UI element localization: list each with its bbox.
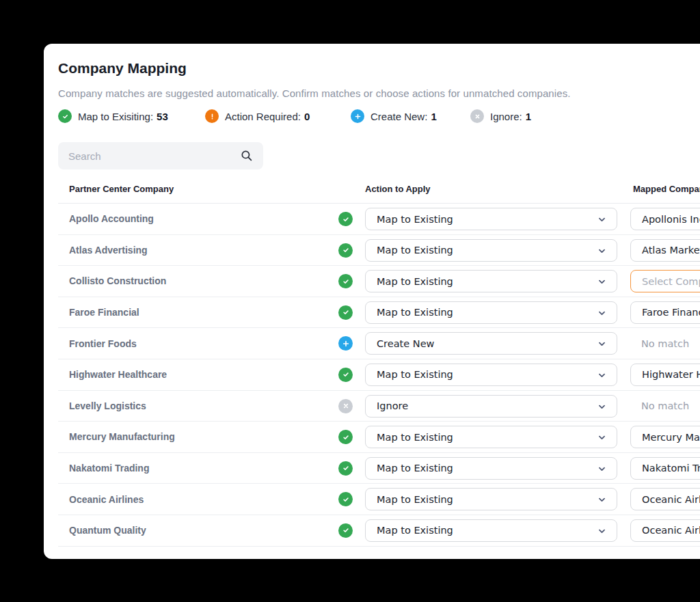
table-row: Atlas AdvertisingMap to ExistingAtlas Ma… [58,235,700,266]
chevron-down-icon [597,308,607,321]
exclamation-circle-icon [205,109,219,123]
badge-label: Action Required: [225,111,301,122]
check-circle-icon [58,109,72,123]
action-select[interactable]: Map to Existing [365,208,617,230]
chevron-down-icon [597,402,607,415]
summary-badge: Action Required:0 [205,109,310,124]
chevron-down-icon [597,277,607,290]
column-header-partner-company: Partner Center Company [69,184,174,194]
column-header-action: Action to Apply [365,184,431,194]
check-circle-icon [338,212,353,226]
partner-company-name: Frontier Foods [69,338,137,349]
action-select[interactable]: Map to Existing [365,426,617,448]
action-select-value: Map to Existing [377,307,453,318]
chevron-down-icon [597,246,607,259]
mapped-company-field[interactable]: Faroe Financial [630,301,700,324]
action-select[interactable]: Create New [365,332,617,355]
action-select-value: Map to Existing [377,214,453,225]
summary-badge: Ignore:1 [470,109,531,124]
action-select[interactable]: Map to Existing [365,301,617,324]
mapped-company-value: Mercury Manufacturing [642,432,700,443]
badge-label: Create New: [371,111,427,122]
action-select[interactable]: Map to Existing [365,457,617,480]
action-select-value: Map to Existing [377,276,453,287]
action-select-value: Map to Existing [377,432,453,443]
mapped-company-field[interactable]: Nakatomi Trading [630,457,700,480]
action-select[interactable]: Ignore [365,395,617,418]
action-select[interactable]: Map to Existing [365,364,617,386]
chevron-down-icon [597,433,607,446]
action-select[interactable]: Map to Existing [365,270,617,292]
badge-count: 1 [431,111,436,122]
chevron-down-icon [597,464,607,477]
badge-count: 53 [157,111,168,122]
no-match-label: No match [641,338,689,349]
table-row: Oceanic AirlinesMap to ExistingOceanic A… [58,484,700,515]
mapped-company-field[interactable]: Highwater Healthcare [630,364,700,386]
chevron-down-icon [597,495,607,508]
mapped-company-field[interactable]: Oceanic Airlines [630,488,700,510]
x-circle-icon [338,399,353,413]
check-circle-icon [338,274,353,288]
check-circle-icon [338,305,353,320]
action-select-value: Map to Existing [377,369,453,380]
page-title: Company Mapping [58,60,187,77]
summary-badge: Map to Exisiting:53 [58,109,168,124]
mapped-company-value: Oceanic Airlines [642,494,700,505]
partner-company-name: Mercury Manufacturing [69,431,175,442]
search-input[interactable] [58,142,263,169]
mapped-company-value: Oceanic Airlines [642,525,700,536]
mapped-company-field[interactable]: Oceanic Airlines [630,519,700,542]
search-box[interactable] [58,142,263,169]
mapped-company-value: Apollonis Inc [642,214,700,225]
partner-company-name: Highwater Healthcare [69,369,167,380]
partner-company-name: Faroe Financial [69,307,139,318]
chevron-down-icon [597,526,607,539]
mapped-company-value: Faroe Financial [642,307,700,318]
partner-company-name: Apollo Accounting [69,213,154,224]
page-subtitle: Company matches are suggested automatica… [58,87,571,99]
badge-count: 1 [526,111,531,122]
mapped-company-field-empty[interactable]: Select Company [630,270,700,292]
company-mapping-card: Company Mapping Company matches are sugg… [44,44,700,559]
badge-count: 0 [304,111,310,122]
x-circle-icon [470,109,484,123]
no-match-label: No match [641,400,689,411]
plus-circle-icon [351,109,364,123]
action-select-value: Ignore [377,400,408,411]
chevron-down-icon [597,215,607,228]
table-row: Mercury ManufacturingMap to ExistingMerc… [58,422,700,453]
mapped-company-field[interactable]: Atlas Marketing [630,239,700,262]
partner-company-name: Collisto Construction [69,275,166,286]
summary-badge: Create New:1 [351,109,437,124]
table-row: Levelly LogisticsIgnoreNo match [58,391,700,422]
mapped-company-placeholder: Select Company [642,276,700,287]
table-row: Highwater HealthcareMap to ExistingHighw… [58,359,700,391]
mapped-company-value: Atlas Marketing [642,245,700,256]
action-select[interactable]: Map to Existing [365,239,617,262]
action-select-value: Map to Existing [377,525,453,536]
badge-label: Ignore: [490,111,522,122]
partner-company-name: Atlas Advertising [69,245,148,256]
table-body: Apollo AccountingMap to ExistingApolloni… [58,204,700,547]
column-header-mapped-company: Mapped Company [633,184,700,194]
action-select[interactable]: Map to Existing [365,519,617,542]
partner-company-name: Nakatomi Trading [69,463,149,474]
action-select[interactable]: Map to Existing [365,488,617,510]
chevron-down-icon [597,339,607,352]
action-select-value: Map to Existing [377,463,453,474]
page-background: { "page": { "title": "Company Mapping", … [0,0,700,602]
mapped-company-value: Nakatomi Trading [642,463,700,474]
mapped-company-value: Highwater Healthcare [642,369,700,380]
check-circle-icon [338,492,353,506]
badge-label: Map to Exisiting: [78,111,153,122]
check-circle-icon [338,461,353,476]
table-row: Nakatomi TradingMap to ExistingNakatomi … [58,453,700,484]
partner-company-name: Quantum Quality [69,525,146,536]
table-row: Apollo AccountingMap to ExistingApolloni… [58,204,700,235]
partner-company-name: Oceanic Airlines [69,494,144,505]
table-row: Collisto ConstructionMap to ExistingSele… [58,266,700,297]
action-select-value: Create New [377,338,434,349]
mapped-company-field[interactable]: Apollonis Inc [630,208,700,230]
mapped-company-field[interactable]: Mercury Manufacturing [630,426,700,448]
